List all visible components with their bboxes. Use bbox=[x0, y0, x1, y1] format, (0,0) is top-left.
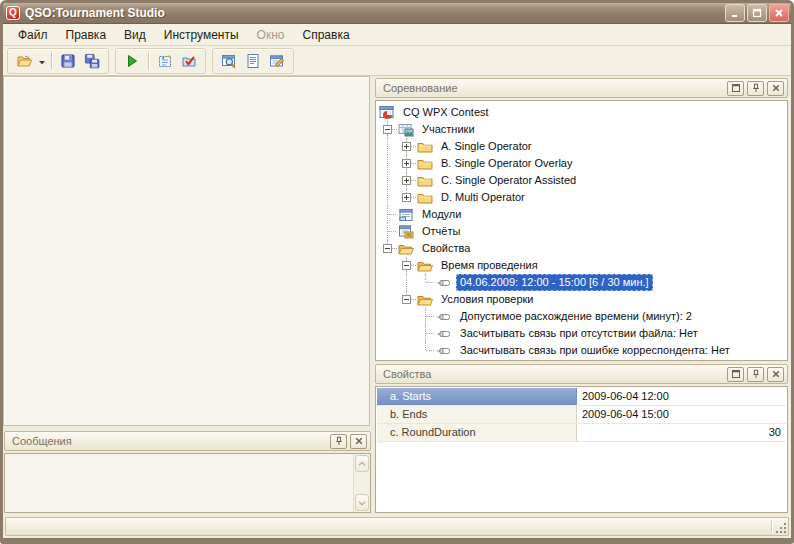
messages-scrollbar[interactable] bbox=[353, 454, 370, 512]
menu-item-file[interactable]: Файл bbox=[9, 24, 57, 45]
toolbar-separator bbox=[51, 52, 52, 70]
save-icon bbox=[60, 53, 76, 69]
contest-panel-pin-button[interactable] bbox=[747, 81, 764, 96]
messages-panel-title: Сообщения bbox=[12, 435, 327, 447]
open-dropdown-button[interactable] bbox=[36, 50, 47, 72]
tree-expander[interactable] bbox=[402, 261, 411, 270]
tree-line bbox=[392, 248, 397, 249]
save-button[interactable] bbox=[56, 50, 80, 72]
tree-item[interactable]: Время проведения bbox=[376, 257, 787, 274]
tree-expander[interactable] bbox=[402, 295, 411, 304]
property-row[interactable]: c. RoundDuration30 bbox=[377, 424, 786, 442]
minimize-icon bbox=[730, 8, 740, 18]
tree-item[interactable]: Модули bbox=[376, 206, 787, 223]
preview-button[interactable] bbox=[217, 50, 241, 72]
tree-line bbox=[426, 282, 434, 283]
save-all-button[interactable] bbox=[80, 50, 104, 72]
property-value[interactable]: 2009-06-04 12:00 bbox=[577, 388, 786, 405]
validate-icon bbox=[181, 53, 197, 69]
schedule-button[interactable] bbox=[153, 50, 177, 72]
property-row[interactable]: a. Starts2009-06-04 12:00 bbox=[377, 388, 786, 406]
window-title: QSO:Tournament Studio bbox=[25, 6, 723, 20]
close-icon bbox=[774, 8, 784, 18]
tree-expander[interactable] bbox=[402, 159, 411, 168]
tree-item[interactable]: Условия проверки bbox=[376, 291, 787, 308]
tree-item[interactable]: Допустимое расхождение времени (минут): … bbox=[376, 308, 787, 325]
menu-item-view[interactable]: Вид bbox=[115, 24, 155, 45]
messages-panel-pin-button[interactable] bbox=[330, 434, 347, 449]
properties-panel-pin-button[interactable] bbox=[747, 367, 764, 382]
tree-expander[interactable] bbox=[383, 244, 392, 253]
tree-line bbox=[411, 197, 416, 198]
contest-icon bbox=[379, 105, 395, 121]
run-button[interactable] bbox=[120, 50, 144, 72]
contest-panel-close-button[interactable] bbox=[767, 81, 784, 96]
scroll-down-button[interactable] bbox=[355, 494, 369, 511]
validate-button[interactable] bbox=[177, 50, 201, 72]
property-value[interactable]: 2009-06-04 15:00 bbox=[577, 406, 786, 423]
tree-item[interactable]: Отчёты bbox=[376, 223, 787, 240]
tree-item-label: Модули bbox=[418, 206, 465, 223]
tree-item[interactable]: Засчитывать связь при ошибке корреспонде… bbox=[376, 342, 787, 359]
contest-panel-header[interactable]: Соревнование bbox=[375, 78, 788, 98]
tree-item[interactable]: 04.06.2009: 12:00 - 15:00 [6 / 30 мин.] bbox=[376, 274, 787, 291]
tree-item[interactable]: D. Multi Operator bbox=[376, 189, 787, 206]
tree-line bbox=[425, 342, 426, 350]
tree-item-label: B. Single Operator Overlay bbox=[437, 155, 576, 172]
reports-icon bbox=[398, 224, 414, 240]
folder-open-icon bbox=[417, 292, 433, 308]
tree-expander[interactable] bbox=[402, 193, 411, 202]
tree-item[interactable]: Свойства bbox=[376, 240, 787, 257]
scroll-up-button[interactable] bbox=[355, 455, 369, 472]
tree-item[interactable]: A. Single Operator bbox=[376, 138, 787, 155]
property-name: a. Starts bbox=[377, 388, 577, 405]
report-button[interactable] bbox=[241, 50, 265, 72]
menu-item-window[interactable]: Окно bbox=[248, 24, 294, 45]
menu-item-edit[interactable]: Правка bbox=[57, 24, 116, 45]
tree-line bbox=[411, 163, 416, 164]
menu-item-tools[interactable]: Инструменты bbox=[155, 24, 248, 45]
folder-icon bbox=[417, 139, 433, 155]
resize-grip-icon[interactable] bbox=[775, 522, 787, 534]
folder-open-icon bbox=[398, 241, 414, 257]
properties-edit-icon bbox=[269, 53, 285, 69]
close-button[interactable] bbox=[769, 4, 789, 22]
tree-item[interactable]: C. Single Operator Assisted bbox=[376, 172, 787, 189]
open-button[interactable] bbox=[12, 50, 36, 72]
menu-item-help[interactable]: Справка bbox=[294, 24, 359, 45]
tree-item[interactable]: Засчитывать связь при отсутствии файла: … bbox=[376, 325, 787, 342]
properties-panel-maximize-button[interactable] bbox=[727, 367, 744, 382]
leaf-icon bbox=[436, 343, 452, 359]
maximize-button[interactable] bbox=[747, 4, 767, 22]
properties-panel-close-button[interactable] bbox=[767, 367, 784, 382]
properties-panel-title: Свойства bbox=[383, 368, 724, 380]
toolbar-group-2 bbox=[115, 48, 206, 74]
tree-line bbox=[387, 138, 388, 155]
contest-panel-maximize-button[interactable] bbox=[727, 81, 744, 96]
contest-panel: Соревнование CQ WPX ContestУчастникиA. S… bbox=[375, 78, 788, 361]
property-row[interactable]: b. Ends2009-06-04 15:00 bbox=[377, 406, 786, 424]
minimize-button[interactable] bbox=[725, 4, 745, 22]
tree-item-label: Засчитывать связь при отсутствии файла: … bbox=[456, 325, 702, 342]
tree-line bbox=[426, 350, 434, 351]
tree-item-label: Условия проверки bbox=[437, 291, 538, 308]
messages-panel-close-button[interactable] bbox=[350, 434, 367, 449]
tree-expander[interactable] bbox=[402, 142, 411, 151]
tree-line bbox=[411, 146, 416, 147]
status-bar-separator bbox=[771, 520, 772, 533]
titlebar[interactable]: Q QSO:Tournament Studio bbox=[3, 3, 791, 24]
tree-item[interactable]: B. Single Operator Overlay bbox=[376, 155, 787, 172]
properties-panel-header[interactable]: Свойства bbox=[375, 364, 788, 384]
tree-item[interactable]: Участники bbox=[376, 121, 787, 138]
property-value[interactable]: 30 bbox=[577, 424, 786, 441]
run-icon bbox=[124, 53, 140, 69]
properties-button[interactable] bbox=[265, 50, 289, 72]
tree-item[interactable]: CQ WPX Contest bbox=[376, 104, 787, 121]
open-folder-icon bbox=[16, 53, 32, 69]
messages-text[interactable] bbox=[5, 454, 353, 512]
tree-expander[interactable] bbox=[402, 176, 411, 185]
contest-panel-content: CQ WPX ContestУчастникиA. Single Operato… bbox=[375, 100, 788, 361]
tree-item-label: Свойства bbox=[418, 240, 474, 257]
tree-expander[interactable] bbox=[383, 125, 392, 134]
messages-panel-header[interactable]: Сообщения bbox=[4, 431, 371, 451]
